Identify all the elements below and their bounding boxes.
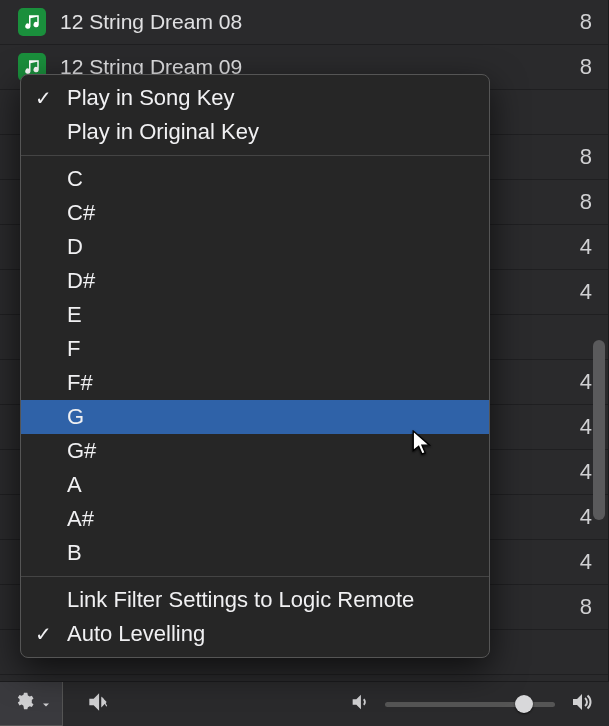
loop-beats-count: 8 [552, 54, 592, 80]
menu-item-label: D [67, 234, 83, 260]
menu-item-key[interactable]: A# [21, 502, 489, 536]
loop-beats-count: 8 [552, 189, 592, 215]
menu-item-label: C# [67, 200, 95, 226]
loop-beats-count: 4 [552, 549, 592, 575]
menu-item-label: D# [67, 268, 95, 294]
scrollbar-thumb[interactable] [593, 340, 605, 520]
menu-item-key[interactable]: C [21, 162, 489, 196]
checkmark-icon: ✓ [35, 86, 52, 110]
menu-item-key[interactable]: G [21, 400, 489, 434]
settings-menu-button[interactable] [0, 682, 63, 726]
loop-row[interactable]: 12 String Dream 088 [0, 0, 608, 45]
menu-item-label: C [67, 166, 83, 192]
loop-beats-count: 8 [552, 144, 592, 170]
menu-item-option[interactable]: Link Filter Settings to Logic Remote [21, 583, 489, 617]
menu-item-label: Auto Levelling [67, 621, 205, 647]
checkmark-icon: ✓ [35, 622, 52, 646]
volume-low-icon [349, 691, 371, 718]
loop-beats-count: 4 [552, 414, 592, 440]
loop-beats-count: 8 [552, 594, 592, 620]
loop-beats-count: 4 [552, 459, 592, 485]
menu-item-label: A# [67, 506, 94, 532]
menu-item-key[interactable]: B [21, 536, 489, 570]
menu-item-option[interactable]: ✓Auto Levelling [21, 617, 489, 651]
loop-beats-count: 4 [552, 234, 592, 260]
menu-item-label: F# [67, 370, 93, 396]
menu-item-key[interactable]: E [21, 298, 489, 332]
loop-beats-count: 4 [552, 504, 592, 530]
loop-beats-count: 8 [552, 9, 592, 35]
volume-high-icon [569, 690, 593, 719]
menu-item-label: F [67, 336, 80, 362]
gear-icon [14, 691, 34, 716]
menu-item-label: Play in Song Key [67, 85, 235, 111]
menu-item-label: B [67, 540, 82, 566]
menu-item-label: G# [67, 438, 96, 464]
slider-knob[interactable] [515, 695, 533, 713]
menu-item-key[interactable]: A [21, 468, 489, 502]
music-note-icon [18, 8, 46, 36]
scrollbar[interactable] [593, 0, 607, 681]
menu-item-label: E [67, 302, 82, 328]
chevron-down-icon [40, 692, 52, 716]
menu-item-key[interactable]: D# [21, 264, 489, 298]
loop-beats-count: 4 [552, 279, 592, 305]
menu-item-key[interactable]: G# [21, 434, 489, 468]
preview-volume-slider[interactable] [385, 702, 555, 707]
menu-item-play-mode[interactable]: Play in Original Key [21, 115, 489, 149]
loop-name: 12 String Dream 08 [60, 10, 242, 34]
menu-item-label: Link Filter Settings to Logic Remote [67, 587, 414, 613]
menu-item-key[interactable]: C# [21, 196, 489, 230]
preview-play-button[interactable] [85, 689, 111, 720]
loop-beats-count: 4 [552, 369, 592, 395]
menu-item-label: Play in Original Key [67, 119, 259, 145]
menu-item-play-mode[interactable]: ✓Play in Song Key [21, 81, 489, 115]
menu-item-key[interactable]: F [21, 332, 489, 366]
footer-toolbar [0, 681, 609, 726]
menu-item-key[interactable]: D [21, 230, 489, 264]
menu-item-label: G [67, 404, 84, 430]
menu-item-label: A [67, 472, 82, 498]
key-context-menu: ✓Play in Song KeyPlay in Original KeyCC#… [20, 74, 490, 658]
menu-item-key[interactable]: F# [21, 366, 489, 400]
